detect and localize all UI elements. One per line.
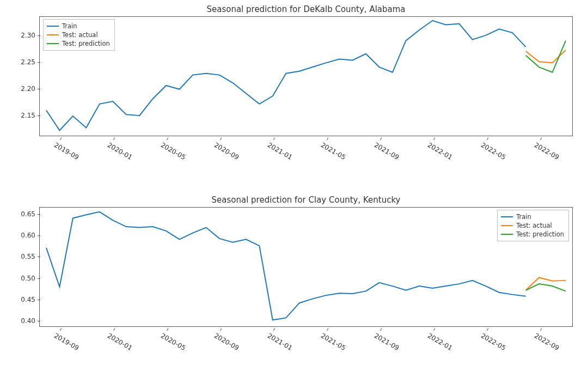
legend-swatch-train — [47, 26, 59, 27]
y-tick: 0.55 — [21, 253, 40, 260]
y-tick: 0.65 — [21, 210, 40, 218]
chart-clay: Seasonal prediction for Clay County, Ken… — [39, 207, 573, 327]
x-tick: 2022-05 — [480, 141, 507, 161]
plot-area: Train Test: actual Test: prediction 2.15… — [39, 16, 573, 136]
legend-label: Test: actual — [516, 221, 552, 230]
y-tick: 0.60 — [21, 232, 40, 239]
legend-label: Test: actual — [62, 31, 98, 39]
chart-dekalb: Seasonal prediction for DeKalb County, A… — [39, 16, 573, 136]
x-tick: 2021-09 — [373, 332, 400, 352]
legend-label: Train — [62, 22, 77, 31]
legend-item-prediction: Test: prediction — [47, 39, 110, 48]
x-tick: 2022-01 — [426, 141, 454, 161]
legend-item-train: Train — [501, 212, 564, 221]
legend: Train Test: actual Test: prediction — [497, 210, 569, 241]
series-line-train — [46, 212, 526, 320]
legend-item-prediction: Test: prediction — [501, 230, 564, 239]
legend-item-actual: Test: actual — [47, 31, 110, 39]
legend-item-actual: Test: actual — [501, 221, 564, 230]
x-tick: 2022-09 — [533, 141, 560, 161]
x-tick: 2020-05 — [160, 141, 187, 161]
chart-title: Seasonal prediction for DeKalb County, A… — [39, 4, 573, 14]
x-tick: 2020-09 — [213, 332, 240, 352]
y-tick: 2.20 — [21, 85, 40, 93]
series-line-train — [46, 21, 526, 131]
x-tick: 2019-09 — [53, 141, 80, 161]
legend-swatch-actual — [501, 225, 513, 226]
x-tick: 2022-01 — [426, 332, 454, 352]
plot-area: Train Test: actual Test: prediction 0.40… — [39, 207, 573, 327]
legend-swatch-train — [501, 216, 513, 217]
chart-title: Seasonal prediction for Clay County, Ken… — [39, 195, 573, 205]
x-tick: 2020-09 — [213, 141, 240, 161]
x-tick: 2021-01 — [266, 141, 293, 161]
y-tick: 2.15 — [21, 112, 40, 119]
legend-item-train: Train — [47, 22, 110, 31]
x-tick: 2020-01 — [106, 141, 133, 161]
legend-label: Test: prediction — [62, 39, 110, 48]
series-svg — [40, 17, 572, 136]
y-tick: 2.30 — [21, 32, 40, 39]
legend-swatch-actual — [47, 34, 59, 35]
series-svg — [40, 208, 572, 326]
x-tick: 2020-05 — [160, 332, 187, 352]
legend: Train Test: actual Test: prediction — [43, 19, 115, 51]
x-tick: 2021-01 — [266, 332, 293, 352]
y-tick: 2.25 — [21, 58, 40, 66]
x-tick: 2020-01 — [106, 332, 133, 352]
x-tick: 2021-05 — [320, 332, 347, 352]
y-tick: 0.45 — [21, 296, 40, 303]
x-tick: 2019-09 — [53, 332, 80, 352]
legend-swatch-prediction — [501, 234, 513, 235]
figure: Seasonal prediction for DeKalb County, A… — [0, 0, 588, 377]
legend-label: Train — [516, 212, 531, 221]
legend-label: Test: prediction — [516, 230, 564, 239]
x-tick: 2022-09 — [533, 332, 560, 352]
x-tick: 2022-05 — [480, 332, 507, 352]
x-tick: 2021-05 — [320, 141, 347, 161]
legend-swatch-prediction — [47, 43, 59, 44]
x-tick: 2021-09 — [373, 141, 400, 161]
y-tick: 0.50 — [21, 275, 40, 282]
y-tick: 0.40 — [21, 317, 40, 325]
